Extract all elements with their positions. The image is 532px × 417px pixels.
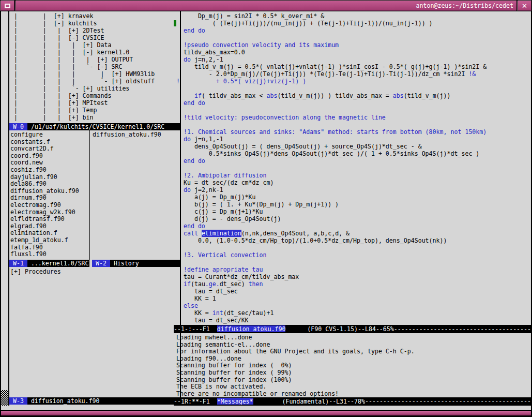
directory-tree-item[interactable]: | | [+] krnavek	[10, 12, 180, 20]
code-line[interactable]: !tild velocity: pseudoconvection along t…	[176, 114, 531, 121]
code-line[interactable]: c(j) = Dp_m(j+1)*Ku	[176, 208, 531, 215]
window-menu-button[interactable]	[1, 1, 14, 11]
code-line[interactable]: b(j) = ( 1. + Ku*(Dp_m(j) + Dp_m(j+1)) )	[176, 201, 531, 208]
code-line[interactable]	[176, 34, 531, 41]
code-line[interactable]: dens_Op4Sout(j) = ( dens_Op4Sout(j) + so…	[176, 143, 531, 150]
source-file-item[interactable]: etemp_1d_atoku.f	[10, 237, 89, 244]
ecb-methods-label-bar[interactable]: W-3 diffusion_atoku.f90	[9, 397, 180, 405]
messages-buffer-modeline[interactable]: --1R:**-F1 *Messages* (Fundamental)--L31…	[174, 397, 531, 406]
ecb-directories-label-bar[interactable]: W-0 /u1/uaf/kulchits/CVSICE/kernel1.0/SR…	[9, 123, 180, 130]
message-line[interactable]: Loading semantic-el...done	[176, 341, 531, 349]
directory-tree-item[interactable]: | | | [-] CVSICE	[10, 34, 180, 41]
code-line[interactable]: !2. Ambipolar diffusion	[176, 172, 531, 179]
source-file-item[interactable]: electromag_w2k.f90	[10, 209, 89, 216]
code-line[interactable]: if( tildv_abs_max < abs(tild_v_m(j)) ) t…	[176, 92, 531, 99]
code-line[interactable]: !pseudo convection velocity and its maxi…	[176, 41, 531, 49]
directory-tree-item[interactable]: | | | [+] 2DTest	[10, 27, 180, 34]
source-file-item[interactable]: coshiz.f90	[10, 167, 89, 174]
code-line[interactable]: end do	[176, 157, 531, 165]
code-line[interactable]: end do	[176, 222, 531, 230]
code-line[interactable]	[176, 259, 531, 266]
source-file-item[interactable]: convcart2D.f	[10, 145, 89, 153]
source-file-item[interactable]: dayjulian.f90	[10, 174, 89, 181]
code-line[interactable]: tau = dt_sec	[176, 288, 531, 295]
source-file-item[interactable]: elimination.f	[10, 230, 89, 237]
directory-tree-item[interactable]: | | | | `- [+] oldstuff	[10, 78, 180, 85]
code-line[interactable]: do j=n,1,-1	[176, 136, 531, 143]
code-line[interactable]	[176, 121, 531, 128]
code-line[interactable]	[176, 165, 531, 172]
ecb-sources-window[interactable]: configureconstants.fconvcart2D.fcoord.f9…	[9, 130, 90, 260]
code-line[interactable]: d(j) = - dens_Op4Sout(j)	[176, 215, 531, 222]
source-file-item[interactable]: dirnum.f90	[10, 195, 89, 202]
titlebar[interactable]: anton@zeus:~/Distribs/cedet ✕	[0, 0, 532, 11]
source-file-item[interactable]: diffusion_atoku.f90	[10, 188, 89, 195]
message-line[interactable]: Scanning buffer for index ( 0%)	[176, 362, 531, 369]
close-button[interactable]: ✕	[518, 1, 531, 11]
directory-tree-item[interactable]: | | | `- [+] utilities	[10, 85, 180, 92]
history-item[interactable]: diffusion_atoku.f90	[93, 131, 180, 139]
message-line[interactable]: Loading mwheel...done	[176, 334, 531, 341]
echo-area[interactable]	[1, 406, 531, 410]
code-line[interactable]: - 2.0*Dp_m(j)/(Te(j)+Ti(j)) *(Te(j)-Te(j…	[176, 70, 531, 78]
code-line[interactable]: a(j) = Dp_m(j)*Ku	[176, 193, 531, 201]
code-line[interactable]: !define apropriate tau	[176, 266, 531, 273]
code-line[interactable]: tild_v_m(j) = 0.5*( vnlat(j)+vnlat(j-1) …	[176, 63, 531, 70]
code-line[interactable]	[176, 244, 531, 251]
procedures-tree-root[interactable]: [+] Procedures	[10, 268, 180, 275]
code-line[interactable]: end do	[176, 99, 531, 107]
code-line[interactable]: KK = int(dt_sec/tau)+1	[176, 309, 531, 317]
code-line[interactable]: KK = 1	[176, 295, 531, 302]
directory-tree-item[interactable]: | | | | `- [-] SRC	[10, 63, 180, 70]
source-file-item[interactable]: coord.new	[10, 159, 89, 167]
code-line[interactable]: 0.5*sinks_Op4S(j)*dens_Op4Sout(j)*dt_sec…	[176, 150, 531, 157]
message-line[interactable]: For information about the GNU Project an…	[176, 348, 531, 355]
directory-tree-item[interactable]: | | | [+] bin	[10, 114, 180, 121]
message-line[interactable]: Scanning buffer for index ( 99%)	[176, 369, 531, 377]
messages-buffer-window[interactable]: Loading mwheel...doneLoading semantic-el…	[174, 333, 531, 397]
directory-tree-item[interactable]: | | | [+] Commands	[10, 92, 180, 99]
code-line[interactable]: if(tau.ge.dt_sec) then	[176, 280, 531, 288]
code-line[interactable]: do j=n,2,-1	[176, 56, 531, 63]
source-file-item[interactable]: coord.f90	[10, 153, 89, 160]
code-line[interactable]: Dp_m(j) = sin2I * 0.5* k_over_mi* &	[176, 12, 531, 20]
code-line[interactable]: !3. Vertical convection	[176, 251, 531, 259]
code-line[interactable]: ! + 0.5*( viz(j)+viz(j-1) )	[176, 78, 531, 85]
directory-tree-item[interactable]: | | | | [+] Data	[10, 41, 180, 49]
code-line[interactable]: Ku = dt_sec/(dz_cm*dz_cm)	[176, 179, 531, 186]
code-line[interactable]: else	[176, 302, 531, 309]
ecb-directories-window[interactable]: | | [+] krnavek | | [-] kulchits | | | […	[9, 11, 180, 123]
directory-tree-item[interactable]: | | | | | [+] HWM93lib	[10, 70, 180, 78]
titlebar-drag-area[interactable]: anton@zeus:~/Distribs/cedet	[16, 1, 516, 11]
scrollbar-track[interactable]	[1, 11, 9, 410]
ecb-sources-label-bar[interactable]: W-1 ...kernel1.0/SRC	[9, 260, 89, 267]
code-line[interactable]: do j=2,nk-1	[176, 186, 531, 193]
directory-tree-item[interactable]: | | | [+] MPItest	[10, 99, 180, 107]
directory-tree-item[interactable]: | | | | | [+] OUTPUT	[10, 56, 180, 63]
directory-tree-item[interactable]: | | | | [-] kernel1.0	[10, 49, 180, 56]
directory-tree-item[interactable]: | | | [+] Temp	[10, 107, 180, 114]
code-line[interactable]: call elimination(n,nk,dens_Op4Sout, a,b,…	[176, 230, 531, 237]
ecb-history-window[interactable]: diffusion_atoku.f90	[90, 130, 180, 260]
code-line[interactable]: ( (Te(j)+Ti(j))/(nu_in(j)) + (Te(j-1)+Ti…	[176, 20, 531, 27]
source-file-item[interactable]: configure	[10, 131, 89, 139]
source-file-item[interactable]: electromag.f90	[10, 202, 89, 209]
code-buffer-window[interactable]: Dp_m(j) = sin2I * 0.5* k_over_mi* & ( (T…	[174, 11, 531, 325]
directory-tree-item[interactable]: | | [-] kulchits	[10, 20, 180, 27]
source-file-item[interactable]: elfldtransf.f90	[10, 216, 89, 223]
code-buffer-modeline[interactable]: --1-:---F1 diffusion_atoku.f90 (F90 CVS-…	[174, 325, 531, 333]
code-line[interactable]: end do	[176, 27, 531, 34]
ecb-methods-window[interactable]: [+] Procedures	[9, 267, 180, 397]
code-line[interactable]	[176, 107, 531, 114]
message-line[interactable]: The ECB is now activated.	[176, 383, 531, 391]
code-line[interactable]: 0.0, (1.0-0.5*dz_cm/Hp_top)/(1.0+0.5*dz_…	[176, 237, 531, 244]
code-line[interactable]: !1. Chemical sources and sinks: "Adams" …	[176, 128, 531, 136]
ecb-history-label-bar[interactable]: W-2 History	[92, 260, 180, 267]
source-file-item[interactable]: fluxsl.f90	[10, 251, 89, 258]
code-line[interactable]	[176, 85, 531, 92]
source-file-item[interactable]: dela86.f90	[10, 181, 89, 188]
message-line[interactable]: Scanning buffer for index (100%)	[176, 377, 531, 384]
source-file-item[interactable]: constants.f	[10, 139, 89, 146]
message-line[interactable]: Loading f90...done	[176, 355, 531, 363]
code-line[interactable]: tau = Curant*dz_cm/tildv_abs_max	[176, 273, 531, 280]
